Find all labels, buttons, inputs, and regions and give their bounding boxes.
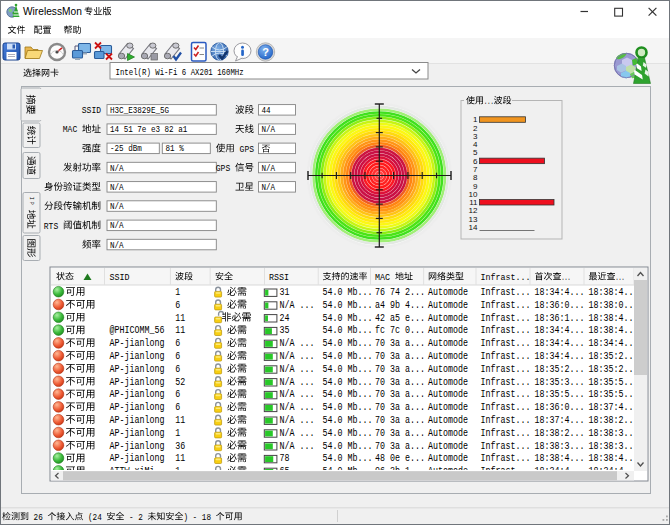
svg-text:RTS: RTS xyxy=(44,222,58,232)
svg-text:1: 1 xyxy=(175,287,180,298)
svg-text:18:38:3...: 18:38:3... xyxy=(535,441,585,452)
svg-text:N/A ...: N/A ... xyxy=(280,377,315,388)
svg-text:54.0 Mb...: 54.0 Mb... xyxy=(323,402,373,413)
svg-text:Infrast...: Infrast... xyxy=(481,325,531,336)
svg-text:N/A ...: N/A ... xyxy=(280,428,315,439)
svg-text:N/A ...: N/A ... xyxy=(280,338,315,349)
svg-text:44: 44 xyxy=(262,106,271,116)
svg-text:18:34:4...: 18:34:4... xyxy=(535,338,585,349)
svg-text:54.0 Mb...: 54.0 Mb... xyxy=(323,300,373,311)
svg-text:AP-jianlong: AP-jianlong xyxy=(110,402,165,413)
svg-text:18:35:2...: 18:35:2... xyxy=(589,351,639,362)
svg-text:52: 52 xyxy=(175,377,185,388)
svg-text:70 3a a...: 70 3a a... xyxy=(375,441,425,452)
svg-text:Infrast...: Infrast... xyxy=(481,453,531,464)
svg-text:Automode: Automode xyxy=(428,325,468,336)
svg-text:AP-jianlong: AP-jianlong xyxy=(110,377,165,388)
svg-text:AP-jianlong: AP-jianlong xyxy=(110,441,165,452)
svg-text:Infrast...: Infrast... xyxy=(481,402,531,413)
svg-text:18:35:2...: 18:35:2... xyxy=(535,364,585,375)
svg-text:18:34:4...: 18:34:4... xyxy=(535,287,585,298)
svg-text:70 3a a...: 70 3a a... xyxy=(375,389,425,400)
svg-text:N/A: N/A xyxy=(110,221,124,231)
svg-text:14 51 7e e3 82 a1: 14 51 7e e3 82 a1 xyxy=(110,125,187,135)
svg-text:WirelessMon: WirelessMon xyxy=(23,5,82,17)
svg-text:70 3a a...: 70 3a a... xyxy=(375,364,425,375)
svg-text:18:38:4...: 18:38:4... xyxy=(589,453,639,464)
svg-text:) - 18: ) - 18 xyxy=(183,513,211,523)
svg-text:31: 31 xyxy=(280,287,290,298)
svg-text:Automode: Automode xyxy=(428,351,468,362)
svg-text:18:37:4...: 18:37:4... xyxy=(535,415,585,426)
svg-text:Infrast...: Infrast... xyxy=(481,300,531,311)
svg-text:48 0e e...: 48 0e e... xyxy=(375,453,425,464)
svg-text:@PHICOMM_56: @PHICOMM_56 xyxy=(110,325,165,336)
svg-text:18:35:5...: 18:35:5... xyxy=(535,389,585,400)
svg-text:Infrast...: Infrast... xyxy=(481,287,531,298)
svg-text:AP-jianlong: AP-jianlong xyxy=(110,415,165,426)
svg-text:Automode: Automode xyxy=(428,364,468,375)
svg-text:18:38:4...: 18:38:4... xyxy=(535,453,585,464)
svg-text:(24: (24 xyxy=(88,513,102,523)
svg-text:Infrast...: Infrast... xyxy=(481,313,531,324)
svg-text:76 74 2...: 76 74 2... xyxy=(375,287,425,298)
svg-text:Infrast...: Infrast... xyxy=(481,351,531,362)
svg-text:...: ... xyxy=(484,97,494,107)
svg-text:18:38:3...: 18:38:3... xyxy=(589,441,639,452)
svg-text:?: ? xyxy=(262,46,269,58)
svg-text:fc 7c 0...: fc 7c 0... xyxy=(375,325,425,336)
svg-text:AP-jianlong: AP-jianlong xyxy=(110,428,165,439)
svg-text:6: 6 xyxy=(175,389,180,400)
svg-text:18:36:0...: 18:36:0... xyxy=(535,402,585,413)
svg-text:N/A: N/A xyxy=(110,164,124,174)
svg-text:18:35:5...: 18:35:5... xyxy=(589,389,639,400)
svg-text:18:35:5...: 18:35:5... xyxy=(589,377,639,388)
svg-text:Infrast...: Infrast... xyxy=(481,441,531,452)
svg-text:54.0 Mb...: 54.0 Mb... xyxy=(323,389,373,400)
svg-text:18:35:2...: 18:35:2... xyxy=(589,364,639,375)
svg-text:54.0 Mb...: 54.0 Mb... xyxy=(323,364,373,375)
svg-text:70 3a a...: 70 3a a... xyxy=(375,415,425,426)
svg-text:70 3a a...: 70 3a a... xyxy=(375,338,425,349)
svg-text:N/A: N/A xyxy=(262,164,276,174)
svg-text:AP-jianlong: AP-jianlong xyxy=(110,364,165,375)
svg-text:54.0 Mb...: 54.0 Mb... xyxy=(323,428,373,439)
svg-text:54.0 Mb...: 54.0 Mb... xyxy=(323,351,373,362)
svg-text:81 %: 81 % xyxy=(166,144,185,154)
svg-text:N/A ...: N/A ... xyxy=(280,364,315,375)
svg-text:Automode: Automode xyxy=(428,415,468,426)
svg-text:6: 6 xyxy=(175,338,180,349)
svg-text:Automode: Automode xyxy=(428,377,468,388)
svg-text:N/A ...: N/A ... xyxy=(280,300,315,311)
svg-text:18:38:4...: 18:38:4... xyxy=(589,325,639,336)
svg-text:26: 26 xyxy=(34,513,43,523)
svg-text:18:34:4...: 18:34:4... xyxy=(535,351,585,362)
svg-text:N/A: N/A xyxy=(262,183,276,193)
svg-text:11: 11 xyxy=(175,313,185,324)
svg-text:SSID: SSID xyxy=(82,106,101,116)
svg-text:AP-jianlong: AP-jianlong xyxy=(110,351,165,362)
svg-text:18:35:3...: 18:35:3... xyxy=(535,377,585,388)
svg-text:MAC: MAC xyxy=(375,273,390,283)
svg-text:N/A ...: N/A ... xyxy=(280,351,315,362)
svg-text:18:34:4...: 18:34:4... xyxy=(535,325,585,336)
svg-text:6: 6 xyxy=(175,351,180,362)
svg-text:GPS: GPS xyxy=(240,145,254,155)
svg-text:Infrast...: Infrast... xyxy=(481,338,531,349)
svg-text:54.0 Mb...: 54.0 Mb... xyxy=(323,325,373,336)
svg-text:70 3a a...: 70 3a a... xyxy=(375,377,425,388)
svg-text:- 2: - 2 xyxy=(129,513,143,523)
svg-text:54.0 Mb...: 54.0 Mb... xyxy=(323,338,373,349)
svg-text:Automode: Automode xyxy=(428,428,468,439)
svg-text:Automode: Automode xyxy=(428,313,468,324)
svg-text:Automode: Automode xyxy=(428,441,468,452)
svg-text:N/A: N/A xyxy=(262,125,276,135)
svg-text:36: 36 xyxy=(175,441,185,452)
svg-text:14: 14 xyxy=(469,223,478,232)
svg-text:35: 35 xyxy=(280,325,290,336)
svg-text:18:36:0...: 18:36:0... xyxy=(535,300,585,311)
svg-text:6: 6 xyxy=(175,402,180,413)
svg-text:42 a5 e...: 42 a5 e... xyxy=(375,313,425,324)
svg-text:GPS: GPS xyxy=(216,164,230,174)
svg-text:Automode: Automode xyxy=(428,389,468,400)
